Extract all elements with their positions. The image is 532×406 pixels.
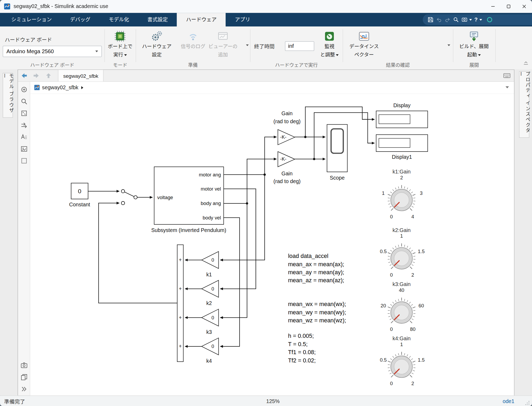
- gain-top-label-2[interactable]: (rad to deg): [273, 118, 301, 124]
- display1-label[interactable]: Display1: [392, 154, 412, 160]
- svg-text:0: 0: [211, 286, 214, 292]
- gain-k2-label[interactable]: k2: [206, 300, 212, 306]
- breadcrumb-caret-icon[interactable]: [81, 86, 84, 90]
- forward-button[interactable]: [30, 70, 43, 81]
- gain-k3-label[interactable]: k3: [206, 329, 212, 335]
- run-on-board-button[interactable]: ボード上で 実行: [105, 30, 136, 58]
- more-tools-icon[interactable]: [20, 385, 28, 393]
- display-block[interactable]: [376, 111, 428, 128]
- gain-k4-label[interactable]: k4: [206, 358, 212, 364]
- stop-time-label: 終了時間: [254, 43, 275, 50]
- sum-block[interactable]: + + + +: [177, 245, 183, 362]
- help-icon: ?: [474, 17, 477, 23]
- annotation-params[interactable]: h = 0.005; T = 0.5; Tf1 = 0.08; Tf2 = 0.…: [288, 332, 316, 364]
- screenshot-dropdown-caret[interactable]: [469, 19, 472, 20]
- knob-k1-gain[interactable]: k1:Gain 0 1 2 3 4: [382, 169, 423, 219]
- hardware-settings-label-2: 設定: [152, 51, 162, 59]
- account-button[interactable]: [487, 17, 493, 23]
- display1-block[interactable]: [376, 135, 428, 152]
- breadcrumb-model-name[interactable]: segway02_sfbk: [42, 85, 78, 91]
- resize-grip[interactable]: [525, 400, 530, 405]
- redo-button[interactable]: [445, 17, 451, 23]
- gain-rad2deg-bottom-block[interactable]: -K-: [278, 152, 295, 167]
- breadcrumb-dropdown-icon[interactable]: [505, 86, 509, 89]
- document-tab-label: segway02_sfbk: [63, 73, 98, 79]
- help-button[interactable]: ?: [474, 17, 482, 23]
- build-deploy-button[interactable]: ビルド、展開 起動: [454, 30, 494, 58]
- collapse-ribbon-button[interactable]: [523, 61, 529, 67]
- property-inspector-tab[interactable]: プロパティ インスペクター: [519, 71, 529, 138]
- svg-text:k3:Gain: k3:Gain: [392, 281, 411, 287]
- gain-rad2deg-top-block[interactable]: -K-: [278, 130, 295, 145]
- tab-apps[interactable]: アプリ: [226, 13, 260, 26]
- gain-bottom-label-1[interactable]: Gain: [282, 171, 292, 176]
- constant-label[interactable]: Constant: [69, 202, 90, 207]
- add-viewer-button[interactable]: ビューアーの 追加: [204, 30, 242, 58]
- zoom-region-icon[interactable]: [20, 86, 28, 93]
- model-file-icon: [34, 85, 40, 90]
- screenshot-button[interactable]: [461, 17, 472, 23]
- fit-to-view-icon[interactable]: [20, 110, 28, 117]
- up-to-parent-button[interactable]: [43, 70, 55, 81]
- knob-k4-gain[interactable]: k4:Gain 0 0.5 1 1.5 2: [380, 335, 425, 386]
- gain-k4-block[interactable]: 0: [202, 338, 218, 355]
- hardware-board-select[interactable]: Arduino Mega 2560: [3, 46, 102, 57]
- keyboard-shortcuts-button[interactable]: [503, 72, 511, 80]
- tab-hardware[interactable]: ハードウェア: [177, 13, 226, 26]
- tab-debug[interactable]: デバッグ: [61, 13, 100, 26]
- knob-k3-gain[interactable]: k3:Gain 0 20 40 60 80: [380, 281, 424, 332]
- search-button[interactable]: [453, 17, 459, 23]
- image-icon[interactable]: [20, 145, 28, 153]
- svg-text:load data_accel: load data_accel: [288, 253, 328, 259]
- document-tab[interactable]: segway02_sfbk: [58, 70, 103, 81]
- minimize-button[interactable]: [485, 0, 501, 13]
- gain-k2-block[interactable]: 0: [202, 280, 218, 297]
- gain-k1-label[interactable]: k1: [206, 272, 212, 277]
- model-browser-tab[interactable]: モデル ブラウザー: [3, 73, 13, 118]
- back-button[interactable]: [18, 70, 30, 81]
- prepare-overflow-button[interactable]: [244, 30, 250, 61]
- knob-k2-gain[interactable]: k2:Gain 0 0.5 1 1.5 2: [380, 227, 425, 277]
- area-box-icon[interactable]: [20, 157, 28, 165]
- stop-time-input[interactable]: [285, 41, 314, 51]
- ribbon-content: ハードウェア ボード Arduino Mega 2560 ハードウェア ボード …: [0, 26, 532, 70]
- tab-format[interactable]: 書式設定: [138, 13, 177, 26]
- maximize-button[interactable]: [501, 0, 516, 13]
- svg-text:0.5: 0.5: [380, 357, 387, 363]
- zoom-icon[interactable]: [20, 98, 28, 105]
- model-canvas[interactable]: 0 Constant voltage: [30, 94, 514, 396]
- undo-button[interactable]: [436, 17, 442, 23]
- review-overflow-button[interactable]: [445, 30, 451, 61]
- scope-label[interactable]: Scope: [330, 175, 345, 181]
- annotation-accel[interactable]: load data_accel mean_ax = mean(ax); mean…: [288, 253, 344, 284]
- constant-block[interactable]: 0: [71, 183, 88, 199]
- gain-bottom-label-2[interactable]: (rad to deg): [273, 178, 301, 184]
- subsystem-label[interactable]: Subsystem (Inverted Pendulum): [151, 227, 226, 233]
- annotation-gyro[interactable]: mean_wx = mean(wx); mean_wy = mean(wy); …: [288, 301, 346, 324]
- data-inspector-button[interactable]: データインス ペクター: [345, 30, 383, 58]
- annotation-icon[interactable]: [20, 133, 28, 141]
- copy-view-icon[interactable]: [20, 373, 28, 381]
- display-label[interactable]: Display: [393, 102, 411, 108]
- tab-simulation[interactable]: シミュレーション: [2, 13, 61, 26]
- up-arrow-icon: [45, 72, 52, 79]
- model-editor: segway02_sfbk: [30, 82, 514, 396]
- hardware-settings-button[interactable]: ハードウェア 設定: [138, 30, 175, 58]
- gain-k3-block[interactable]: 0: [202, 309, 218, 326]
- signal-flow-icon[interactable]: [20, 121, 28, 129]
- subsystem-block[interactable]: voltage motor ang motor vel body ang bod…: [154, 167, 224, 225]
- scope-block[interactable]: [327, 125, 347, 172]
- zoom-level[interactable]: 125%: [266, 398, 280, 404]
- solver-name[interactable]: ode1: [503, 398, 514, 404]
- monitor-tune-button[interactable]: 監視 と調整: [318, 30, 341, 58]
- svg-text:1: 1: [400, 233, 403, 239]
- manual-switch-block[interactable]: [121, 190, 137, 205]
- help-dropdown-caret[interactable]: [479, 19, 482, 20]
- screenshot-canvas-icon[interactable]: [20, 362, 28, 369]
- svg-text:0: 0: [390, 272, 393, 278]
- tab-modeling[interactable]: モデル化: [99, 13, 138, 26]
- gain-top-label-1[interactable]: Gain: [282, 110, 292, 116]
- close-button[interactable]: [516, 0, 532, 13]
- save-button[interactable]: [427, 17, 434, 23]
- gain-k1-block[interactable]: 0: [202, 252, 218, 268]
